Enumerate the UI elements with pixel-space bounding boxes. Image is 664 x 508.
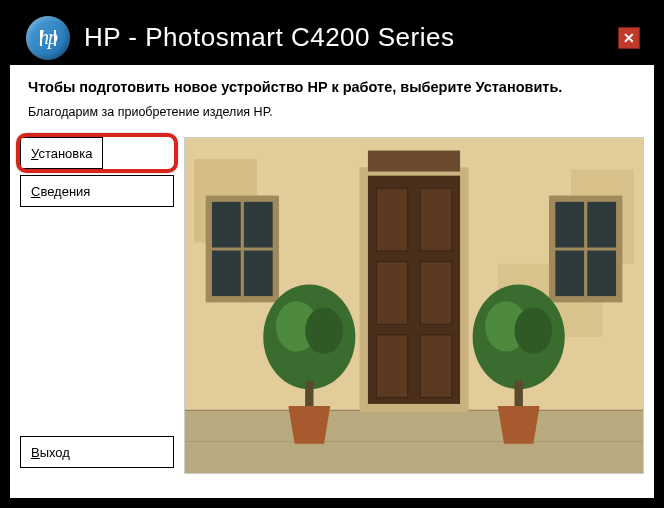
install-label-rest: становка [38,146,92,161]
info-button[interactable]: Сведения [20,175,174,207]
hp-logo-text: hp [39,26,57,49]
svg-point-25 [305,308,343,354]
svg-rect-10 [376,188,407,251]
svg-point-29 [515,308,553,354]
hp-logo-icon: hp [26,16,70,60]
installer-window: hp HP - Photosmart C4200 Series ✕ Чтобы … [0,0,664,508]
svg-rect-13 [420,262,451,325]
close-icon: ✕ [623,30,635,46]
content-panel: Чтобы подготовить новое устройство HP к … [10,65,654,498]
sidebar-spacer [20,213,174,436]
svg-rect-26 [305,381,313,406]
thanks-text: Благодарим за приобретение изделия HP. [28,105,636,119]
svg-rect-14 [376,335,407,398]
svg-rect-12 [376,262,407,325]
install-button[interactable]: Установка [20,137,103,169]
exit-button[interactable]: Выход [20,436,174,468]
title-bar: hp HP - Photosmart C4200 Series ✕ [10,10,654,65]
app-title: HP - Photosmart C4200 Series [84,22,618,53]
close-button[interactable]: ✕ [618,27,640,49]
exit-label-rest: ыход [40,445,70,460]
svg-rect-11 [420,188,451,251]
info-label-rest: ведения [40,184,90,199]
svg-rect-16 [368,151,460,172]
svg-rect-15 [420,335,451,398]
main-row: Установка Сведения Выход [10,129,654,484]
svg-rect-30 [515,381,523,406]
hero-image [184,137,644,474]
info-hotkey: С [31,184,40,199]
intro-text: Чтобы подготовить новое устройство HP к … [10,65,654,129]
exit-hotkey: В [31,445,40,460]
sidebar: Установка Сведения Выход [20,137,174,474]
headline-text: Чтобы подготовить новое устройство HP к … [28,79,636,95]
